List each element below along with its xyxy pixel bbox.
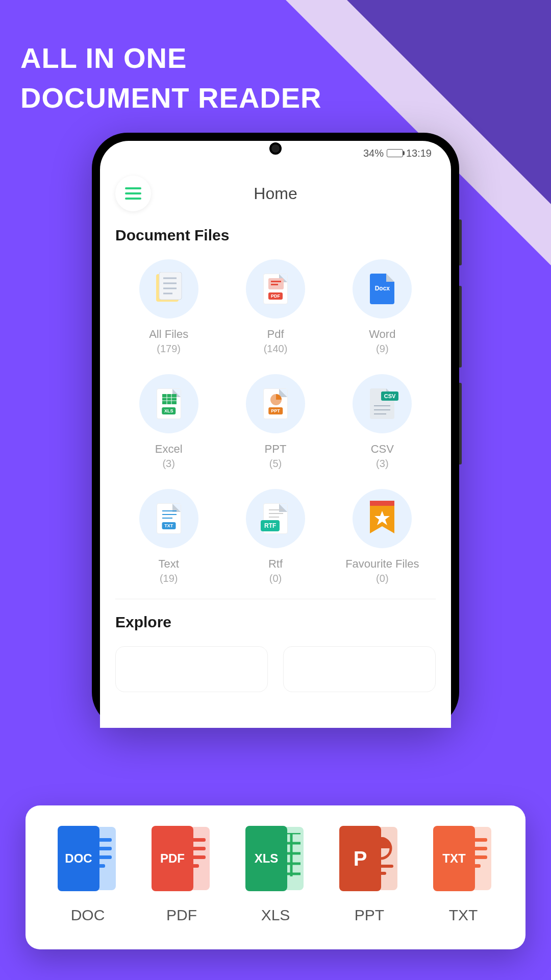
favourite-icon (353, 489, 412, 548)
doc-type-label: Rtf (268, 557, 283, 571)
promo-title-line2: DOCUMENT READER (20, 78, 322, 118)
doc-type-csv[interactable]: CSV CSV (3) (329, 369, 436, 479)
all-files-icon (139, 259, 198, 318)
section-document-files: Document Files (100, 227, 451, 254)
doc-type-label: CSV (371, 443, 394, 456)
document-types-grid: All Files (179) PDF Pdf (140) (100, 254, 451, 594)
doc-type-label: Pdf (267, 328, 284, 341)
menu-icon (125, 187, 141, 189)
format-txt[interactable]: TXT TXT (430, 826, 496, 924)
explore-cards (100, 641, 451, 697)
doc-type-count: (3) (162, 458, 174, 470)
menu-button[interactable] (115, 176, 151, 211)
doc-type-word[interactable]: Docx Word (9) (329, 254, 436, 364)
doc-type-label: Favourite Files (345, 557, 419, 571)
phone-screen: 34% 13:19 Home Document Files (100, 141, 451, 728)
format-xls[interactable]: XLS XLS (242, 826, 309, 924)
doc-type-count: (140) (264, 343, 288, 355)
doc-type-count: (0) (376, 573, 388, 584)
battery-percent: 34% (363, 148, 384, 159)
doc-type-all-files[interactable]: All Files (179) (115, 254, 222, 364)
format-label: TXT (449, 906, 478, 924)
txt-icon: TXT (430, 826, 496, 892)
page-title: Home (254, 184, 297, 203)
svg-rect-7 (271, 281, 281, 282)
svg-rect-8 (271, 284, 278, 285)
rtf-icon: RTF (246, 489, 305, 548)
word-icon: Docx (353, 259, 412, 318)
doc-type-label: Text (158, 557, 179, 571)
status-time: 13:19 (406, 148, 432, 159)
doc-type-count: (5) (269, 458, 282, 470)
doc-type-label: All Files (149, 328, 188, 341)
promo-title: ALL IN ONE DOCUMENT READER (20, 38, 322, 118)
battery-icon (387, 149, 403, 157)
excel-icon: XLS (139, 374, 198, 433)
pdf-icon: PDF (148, 826, 215, 892)
doc-type-label: PPT (265, 443, 287, 456)
format-label: PDF (166, 906, 197, 924)
section-explore: Explore (100, 614, 451, 641)
svg-rect-1 (159, 272, 182, 300)
doc-type-excel[interactable]: XLS Excel (3) (115, 369, 222, 479)
format-label: DOC (71, 906, 105, 924)
text-icon: TXT (139, 489, 198, 548)
explore-card[interactable] (283, 646, 436, 692)
doc-type-label: Excel (155, 443, 183, 456)
doc-type-count: (3) (376, 458, 388, 470)
format-label: XLS (261, 906, 290, 924)
doc-type-text[interactable]: TXT Text (19) (115, 484, 222, 594)
ppt-icon: PPT (246, 374, 305, 433)
explore-card[interactable] (115, 646, 268, 692)
xls-icon: XLS (242, 826, 309, 892)
doc-type-label: Word (369, 328, 395, 341)
pdf-icon: PDF (246, 259, 305, 318)
doc-type-ppt[interactable]: PPT PPT (5) (222, 369, 329, 479)
doc-type-count: (19) (160, 573, 178, 584)
divider (115, 599, 436, 599)
menu-icon (125, 192, 141, 194)
doc-type-count: (9) (376, 343, 388, 355)
phone-side-button (459, 219, 462, 265)
format-label: PPT (355, 906, 384, 924)
format-ppt[interactable]: P PPT (336, 826, 403, 924)
app-header: Home (100, 165, 451, 227)
csv-icon: CSV (353, 374, 412, 433)
promo-title-line1: ALL IN ONE (20, 38, 322, 78)
doc-type-rtf[interactable]: RTF Rtf (0) (222, 484, 329, 594)
phone-frame: 34% 13:19 Home Document Files (92, 133, 459, 728)
format-pdf[interactable]: PDF PDF (148, 826, 215, 924)
ppt-icon: P (336, 826, 403, 892)
doc-icon: DOC (55, 826, 121, 892)
menu-icon (125, 198, 141, 200)
svg-rect-9 (162, 394, 177, 404)
phone-camera (269, 142, 282, 155)
phone-side-button (459, 286, 462, 368)
doc-type-favourite[interactable]: Favourite Files (0) (329, 484, 436, 594)
phone-side-button (459, 383, 462, 464)
doc-type-count: (179) (157, 343, 181, 355)
doc-type-count: (0) (269, 573, 282, 584)
doc-type-pdf[interactable]: PDF Pdf (140) (222, 254, 329, 364)
formats-panel: DOC DOC PDF PDF XLS XLS (26, 805, 525, 949)
format-doc[interactable]: DOC DOC (55, 826, 121, 924)
